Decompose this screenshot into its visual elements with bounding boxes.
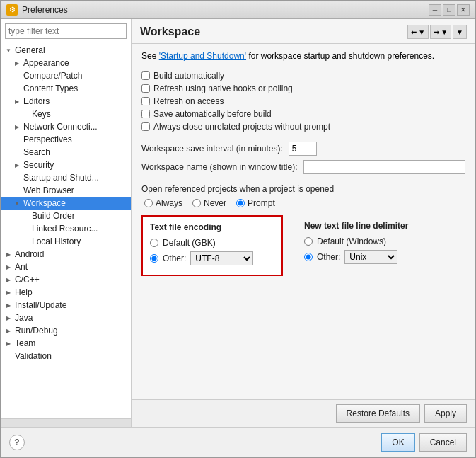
expander-workspace [12, 198, 22, 208]
tree-item-java[interactable]: Java [1, 311, 131, 324]
radio-label-prompt: Prompt [248, 198, 275, 208]
expander-general [4, 45, 13, 55]
encoding-select[interactable]: UTF-8 UTF-16 ISO-8859-1 GBK ASCII [190, 251, 253, 265]
expander-java [4, 313, 13, 323]
interval-label: Workspace save interval (in minutes): [141, 144, 283, 154]
tree-label-linked-resources: Linked Resourc... [30, 224, 98, 234]
tree-item-android[interactable]: Android [1, 248, 131, 261]
interval-row: Workspace save interval (in minutes): [141, 142, 465, 156]
expander-content-types [12, 84, 22, 93]
radio-item-prompt: Prompt [236, 198, 275, 208]
restore-defaults-button[interactable]: Restore Defaults [336, 404, 420, 423]
tree-label-web-browser: Web Browser [22, 185, 74, 195]
startup-prefix: See [141, 51, 159, 61]
tree-item-network-connectivity[interactable]: Network Connecti... [1, 120, 131, 133]
expander-team [4, 338, 13, 348]
tree-item-run-debug[interactable]: Run/Debug [1, 324, 131, 337]
checkbox-row-close-unrelated: Always close unrelated projects without … [141, 122, 465, 132]
tree-item-keys[interactable]: Keys [1, 108, 131, 120]
tree-item-web-browser[interactable]: Web Browser [1, 184, 131, 197]
tree-label-general: General [13, 45, 45, 55]
tree-label-content-types: Content Types [22, 84, 78, 93]
tree-item-team[interactable]: Team [1, 337, 131, 350]
forward-button[interactable]: ➡ ▼ [430, 25, 451, 39]
tree-label-search: Search [22, 147, 50, 157]
tree-item-install-update[interactable]: Install/Update [1, 299, 131, 311]
tree-item-content-types[interactable]: Content Types [1, 82, 131, 95]
checkbox-close-unrelated[interactable] [141, 122, 150, 131]
delimiter-default-row: Default (Windows) [304, 236, 431, 246]
checkbox-refresh-access[interactable] [141, 97, 150, 105]
tree-item-validation[interactable]: Validation [1, 350, 131, 362]
expander-ant [4, 262, 13, 272]
minimize-button[interactable]: ─ [429, 4, 441, 16]
startup-shutdown-link[interactable]: 'Startup and Shutdown' [159, 51, 246, 61]
radio-always[interactable] [144, 199, 153, 207]
cancel-button[interactable]: Cancel [419, 433, 467, 452]
back-button[interactable]: ⬅ ▼ [407, 25, 429, 39]
tree-label-java: Java [13, 313, 33, 323]
content-area: General Appearance Compare/Patch Content… [1, 19, 475, 427]
dialog-icon: ⚙ [6, 4, 18, 16]
encoding-section: Text file encoding Default (GBK) Other: … [141, 215, 465, 276]
radio-encoding-default[interactable] [150, 239, 158, 247]
checkbox-refresh-native[interactable] [141, 84, 150, 93]
horizontal-scrollbar[interactable] [1, 418, 131, 427]
tree-item-startup-shutdown[interactable]: Startup and Shutd... [1, 171, 131, 184]
checkbox-save-before-build[interactable] [141, 110, 150, 118]
radio-encoding-other[interactable] [150, 254, 158, 263]
delimiter-select[interactable]: Unix Windows Mac [344, 250, 397, 264]
tree-item-compare-patch[interactable]: Compare/Patch [1, 69, 131, 82]
tree-item-security[interactable]: Security [1, 159, 131, 171]
open-projects-radio-row: Always Never Prompt [141, 198, 465, 208]
checkbox-label-build-auto: Build automatically [153, 71, 224, 81]
tree-label-build-order: Build Order [30, 211, 75, 221]
right-panel: Workspace ⬅ ▼ ➡ ▼ ▼ See [132, 19, 475, 427]
expander-validation [4, 351, 13, 361]
encoding-title: Text file encoding [150, 222, 274, 232]
radio-label-always: Always [156, 198, 182, 208]
radio-delimiter-default[interactable] [304, 237, 313, 246]
tree-label-workspace: Workspace [22, 198, 66, 208]
ok-button[interactable]: OK [381, 433, 414, 452]
radio-prompt[interactable] [236, 199, 245, 207]
expander-build-order [21, 211, 30, 221]
workspace-name-input[interactable] [303, 160, 465, 174]
tree-item-general[interactable]: General [1, 44, 131, 57]
title-bar: ⚙ Preferences ─ □ ✕ [1, 1, 475, 19]
radio-never[interactable] [192, 199, 201, 207]
filter-input[interactable] [5, 23, 127, 39]
tree-label-team: Team [13, 338, 35, 348]
radio-delimiter-other[interactable] [304, 253, 313, 261]
tree-item-linked-resources[interactable]: Linked Resourc... [1, 222, 131, 235]
tree-item-build-order[interactable]: Build Order [1, 210, 131, 222]
checkbox-build-auto[interactable] [141, 71, 150, 80]
page-title: Workspace [140, 25, 200, 38]
interval-input[interactable] [289, 142, 317, 156]
help-button[interactable]: ? [9, 435, 25, 450]
forward-icon: ➡ [434, 28, 439, 36]
radio-item-always: Always [144, 198, 182, 208]
left-panel: General Appearance Compare/Patch Content… [1, 19, 132, 427]
tree-item-workspace[interactable]: Workspace [1, 197, 131, 210]
tree-label-run-debug: Run/Debug [13, 326, 58, 336]
bottom-bar: ? OK Cancel [1, 427, 475, 457]
line-delimiter-box: New text file line delimiter Default (Wi… [297, 215, 439, 276]
tree-item-editors[interactable]: Editors [1, 95, 131, 108]
apply-button[interactable]: Apply [424, 404, 467, 423]
tree-item-cpp[interactable]: C/C++ [1, 273, 131, 286]
tree-label-install-update: Install/Update [13, 300, 66, 310]
tree-item-perspectives[interactable]: Perspectives [1, 133, 131, 146]
preferences-dialog: ⚙ Preferences ─ □ ✕ General Appea [0, 0, 476, 458]
tree-item-search[interactable]: Search [1, 146, 131, 159]
tree-item-ant[interactable]: Ant [1, 261, 131, 273]
tree-item-appearance[interactable]: Appearance [1, 57, 131, 69]
tree-label-help: Help [13, 287, 33, 297]
tree-item-local-history[interactable]: Local History [1, 235, 131, 248]
menu-button[interactable]: ▼ [453, 25, 467, 39]
maximize-button[interactable]: □ [443, 4, 455, 16]
close-button[interactable]: ✕ [457, 4, 470, 16]
tree-item-help[interactable]: Help [1, 286, 131, 299]
title-buttons: ─ □ ✕ [429, 4, 470, 16]
checkbox-row-refresh-access: Refresh on access [141, 96, 465, 106]
